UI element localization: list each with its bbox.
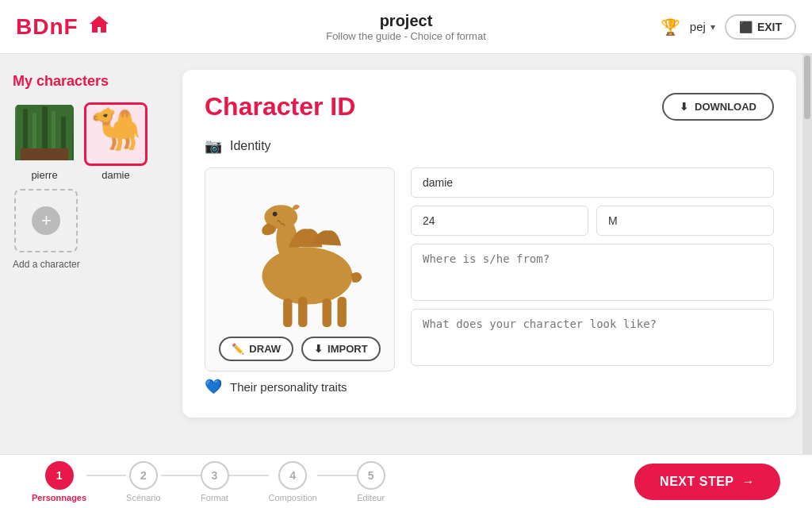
step-1-label: Personnages: [32, 493, 86, 502]
age-gender-row: [411, 206, 774, 236]
step-2-circle: 2: [129, 461, 158, 490]
import-icon: ⬇: [314, 343, 323, 355]
step-5-label: Éditeur: [357, 493, 385, 502]
character-list: pierre 🐪 damie + Add a charac: [13, 102, 154, 270]
character-fields: [411, 167, 774, 371]
add-character-label: Add a character: [13, 259, 80, 270]
footer: 1 Personnages 2 Scénario 3 Format: [0, 454, 812, 508]
import-button[interactable]: ⬇ IMPORT: [301, 337, 381, 361]
step-5-circle: 5: [357, 461, 385, 490]
identity-section-label: 📷 Identity: [205, 137, 774, 155]
gender-input[interactable]: [596, 206, 774, 236]
step-2[interactable]: 2 Scénario: [126, 461, 160, 502]
character-editor: ✏️ DRAW ⬇ IMPORT: [205, 167, 774, 371]
svg-rect-12: [323, 298, 331, 327]
step-3-label: Format: [201, 493, 228, 502]
pencil-icon: ✏️: [232, 343, 244, 355]
header: BDnF project Follow the guide - Choice o…: [0, 0, 812, 54]
exit-icon: ⬛: [739, 21, 753, 33]
download-icon: ⬇: [680, 101, 688, 113]
character-card: Character ID ⬇ DOWNLOAD 📷 Identity: [182, 70, 796, 418]
scrollbar-thumb[interactable]: [804, 56, 810, 119]
chevron-down-icon: ▾: [710, 21, 715, 33]
step-line-4: [317, 475, 357, 476]
step-4[interactable]: 4 Composition: [269, 461, 317, 502]
svg-rect-6: [21, 148, 68, 160]
svg-rect-11: [298, 297, 307, 327]
pierre-avatar: [15, 105, 74, 160]
step-5[interactable]: 5 Éditeur: [357, 461, 385, 502]
svg-rect-13: [338, 297, 347, 327]
sidebar: My characters: [0, 54, 167, 454]
page-title: project: [326, 12, 486, 30]
svg-rect-1: [23, 109, 28, 152]
character-damie[interactable]: 🐪 damie: [84, 102, 147, 181]
exit-button[interactable]: ⬛ EXIT: [725, 14, 796, 40]
card-header: Character ID ⬇ DOWNLOAD: [205, 92, 774, 121]
step-line-3: [229, 475, 269, 476]
logo-area: BDnF: [16, 14, 110, 40]
preview-actions: ✏️ DRAW ⬇ IMPORT: [215, 337, 385, 361]
trophy-icon: 🏆: [661, 17, 680, 37]
user-area[interactable]: pej ▾: [690, 20, 715, 33]
svg-rect-5: [61, 117, 66, 152]
step-line-1: [86, 475, 126, 476]
add-character-item[interactable]: + Add a character: [13, 189, 80, 270]
step-line-2: [161, 475, 201, 476]
camel-image-area: [215, 178, 385, 329]
scrollbar[interactable]: [802, 54, 812, 454]
step-1[interactable]: 1 Personnages: [32, 461, 86, 502]
damie-avatar: 🐪: [86, 105, 145, 153]
home-icon[interactable]: [88, 14, 110, 40]
step-4-circle: 4: [278, 461, 307, 490]
camel-illustration: [224, 178, 375, 329]
card-title: Character ID: [205, 92, 355, 121]
step-4-label: Composition: [269, 493, 317, 502]
pierre-name: pierre: [31, 169, 57, 181]
character-name-input[interactable]: [411, 167, 774, 198]
header-right: 🏆 pej ▾ ⬛ EXIT: [661, 14, 796, 40]
svg-rect-4: [52, 111, 56, 152]
damie-img-wrap: 🐪: [84, 102, 147, 166]
heart-icon: 💙: [205, 378, 222, 395]
logo: BDnF: [16, 14, 79, 40]
step-2-label: Scénario: [126, 493, 160, 502]
arrow-right-icon: →: [742, 475, 756, 489]
add-character-button[interactable]: +: [14, 189, 78, 252]
origin-textarea[interactable]: [411, 244, 774, 301]
next-step-button[interactable]: NEXT STEP →: [634, 464, 780, 500]
sidebar-title: My characters: [13, 73, 154, 90]
identity-icon: 📷: [205, 137, 222, 155]
add-circle-icon: +: [32, 206, 60, 235]
appearance-textarea[interactable]: [411, 309, 774, 366]
download-button[interactable]: ⬇ DOWNLOAD: [662, 93, 774, 121]
step-3-circle: 3: [201, 461, 229, 490]
character-pierre[interactable]: pierre: [13, 102, 76, 181]
step-1-circle: 1: [45, 461, 74, 490]
damie-name: damie: [102, 169, 129, 181]
character-preview-box: ✏️ DRAW ⬇ IMPORT: [205, 167, 395, 371]
username: pej: [690, 20, 706, 33]
stepper: 1 Personnages 2 Scénario 3 Format: [32, 461, 385, 502]
svg-point-9: [273, 212, 278, 217]
svg-rect-10: [283, 298, 292, 327]
age-input[interactable]: [411, 206, 588, 236]
pierre-img-wrap: [13, 102, 76, 166]
step-3[interactable]: 3 Format: [201, 461, 229, 502]
main-area: My characters: [0, 54, 812, 454]
header-center: project Follow the guide - Choice of for…: [326, 12, 486, 42]
svg-point-7: [262, 247, 353, 304]
page-subtitle: Follow the guide - Choice of format: [326, 30, 486, 42]
svg-rect-3: [42, 106, 48, 152]
svg-rect-2: [33, 113, 36, 152]
personality-section: 💙 Their personality traits: [205, 378, 774, 395]
content-area: Character ID ⬇ DOWNLOAD 📷 Identity: [167, 54, 812, 454]
draw-button[interactable]: ✏️ DRAW: [219, 337, 293, 361]
